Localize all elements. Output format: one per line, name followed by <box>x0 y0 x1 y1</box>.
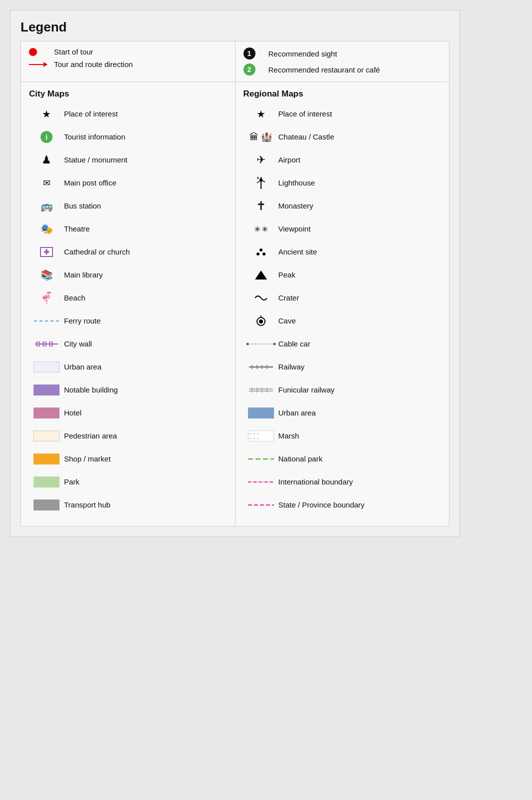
reg-castle: 🏛 🏰 Chateau / Castle <box>244 128 442 146</box>
city-tourist-info: i Tourist information <box>29 128 227 146</box>
city-hotel: Hotel <box>29 404 227 422</box>
svg-point-7 <box>260 178 262 182</box>
city-pedestrian-label: Pedestrian area <box>64 431 117 441</box>
svg-point-16 <box>246 343 248 346</box>
reg-funicular: Funicular railway <box>244 381 442 399</box>
city-info-icon: i <box>29 131 64 143</box>
circle-2-icon: 2 <box>244 64 268 76</box>
reg-viewpoint: ✳ ✳ Viewpoint <box>244 220 442 238</box>
city-urban-area: Urban area <box>29 358 227 376</box>
reg-viewpoint-label: Viewpoint <box>278 224 311 234</box>
reg-national-park: National park <box>244 450 442 468</box>
city-theatre: 🎭 Theatre <box>29 220 227 238</box>
city-hotel-icon <box>29 408 64 418</box>
top-item-recommended-sight: 1 Recommended sight <box>244 48 442 60</box>
city-bus-label: Bus station <box>64 201 101 211</box>
city-park-icon <box>29 476 64 488</box>
city-library: 📚 Main library <box>29 266 227 284</box>
reg-cave-label: Cave <box>278 316 296 326</box>
city-transport: Transport hub <box>29 496 227 514</box>
reg-airport-label: Airport <box>278 155 300 165</box>
svg-point-14 <box>259 320 263 324</box>
reg-railway-icon <box>244 364 278 370</box>
recommended-sight-label: Recommended sight <box>268 50 338 58</box>
city-bus-station: 🚌 Bus station <box>29 197 227 215</box>
reg-crater: Crater <box>244 289 442 307</box>
reg-urban-area: Urban area <box>244 404 442 422</box>
top-item-start-tour: Start of tour <box>29 48 227 56</box>
city-wall-icon <box>29 341 64 347</box>
legend-title: Legend <box>20 20 450 35</box>
reg-marsh: ~ ~ ~ ~ ~ ~ Marsh <box>244 427 442 445</box>
recommended-restaurant-label: Recommended restaurant or café <box>268 66 380 74</box>
top-right: 1 Recommended sight 2 Recommended restau… <box>236 42 450 82</box>
reg-cablecar: Cable car <box>244 335 442 353</box>
reg-cave-icon <box>244 314 278 328</box>
reg-intl-boundary-icon <box>244 480 278 484</box>
reg-monastery-label: Monastery <box>278 201 314 211</box>
top-section: Start of tour Tour and route direction 1… <box>20 41 450 82</box>
city-maps-column: City Maps ★ Place of interest i Tourist … <box>21 82 236 526</box>
city-wall: City wall <box>29 335 227 353</box>
city-post-icon: ✉ <box>29 178 64 188</box>
svg-point-11 <box>262 252 266 256</box>
city-wall-label: City wall <box>64 339 92 349</box>
reg-lighthouse: Lighthouse <box>244 174 442 192</box>
reg-national-park-label: National park <box>278 454 322 464</box>
city-pedestrian-icon <box>29 430 64 442</box>
reg-state-boundary: State / Province boundary <box>244 496 442 514</box>
city-maps-heading: City Maps <box>29 89 227 99</box>
reg-state-boundary-label: State / Province boundary <box>278 500 365 510</box>
reg-viewpoint-icon: ✳ ✳ <box>244 224 278 234</box>
city-beach-label: Beach <box>64 293 86 303</box>
reg-urban-label: Urban area <box>278 408 316 418</box>
reg-peak-label: Peak <box>278 270 296 280</box>
route-label: Tour and route direction <box>54 60 133 68</box>
city-shop-label: Shop / market <box>64 454 110 464</box>
city-post-office: ✉ Main post office <box>29 174 227 192</box>
reg-crater-label: Crater <box>278 293 300 303</box>
top-item-recommended-restaurant: 2 Recommended restaurant or café <box>244 64 442 76</box>
regional-maps-heading: Regional Maps <box>244 89 442 99</box>
reg-intl-boundary: International boundary <box>244 473 442 491</box>
svg-point-9 <box>260 248 262 252</box>
reg-cablecar-label: Cable car <box>278 339 310 349</box>
reg-funicular-label: Funicular railway <box>278 385 335 395</box>
reg-cave: Cave <box>244 312 442 330</box>
city-place-of-interest: ★ Place of interest <box>29 105 227 123</box>
city-shop: Shop / market <box>29 450 227 468</box>
city-star-icon: ★ <box>29 108 64 120</box>
city-pedestrian: Pedestrian area <box>29 427 227 445</box>
city-ferry: Ferry route <box>29 312 227 330</box>
city-notable: Notable building <box>29 381 227 399</box>
bottom-section: City Maps ★ Place of interest i Tourist … <box>20 82 450 526</box>
city-library-label: Main library <box>64 270 103 280</box>
city-statue: ♟ Statue / monument <box>29 151 227 169</box>
reg-peak: Peak <box>244 266 442 284</box>
reg-airport: ✈ Airport <box>244 151 442 169</box>
reg-place-of-interest: ★ Place of interest <box>244 105 442 123</box>
city-place-label: Place of interest <box>64 109 118 119</box>
city-tourist-label: Tourist information <box>64 132 126 142</box>
top-item-route: Tour and route direction <box>29 60 227 68</box>
reg-funicular-icon <box>244 386 278 394</box>
city-park-label: Park <box>64 477 80 487</box>
city-urban-icon <box>29 362 64 372</box>
svg-text:~ ~ ~: ~ ~ ~ <box>249 436 260 441</box>
city-hotel-label: Hotel <box>64 408 82 418</box>
city-church-label: Cathedral or church <box>64 247 130 257</box>
svg-point-18 <box>273 343 276 346</box>
reg-airport-icon: ✈ <box>244 154 278 166</box>
reg-place-label: Place of interest <box>278 109 332 119</box>
city-library-icon: 📚 <box>29 269 64 281</box>
reg-crater-icon <box>244 293 278 303</box>
svg-marker-12 <box>255 270 267 280</box>
svg-point-10 <box>256 252 260 256</box>
reg-ancient-label: Ancient site <box>278 247 318 257</box>
reg-ancient: Ancient site <box>244 243 442 261</box>
city-transport-icon <box>29 500 64 510</box>
city-statue-label: Statue / monument <box>64 155 128 165</box>
reg-lighthouse-label: Lighthouse <box>278 178 315 188</box>
city-church-icon: ✚ <box>29 247 64 257</box>
reg-railway-label: Railway <box>278 362 305 372</box>
